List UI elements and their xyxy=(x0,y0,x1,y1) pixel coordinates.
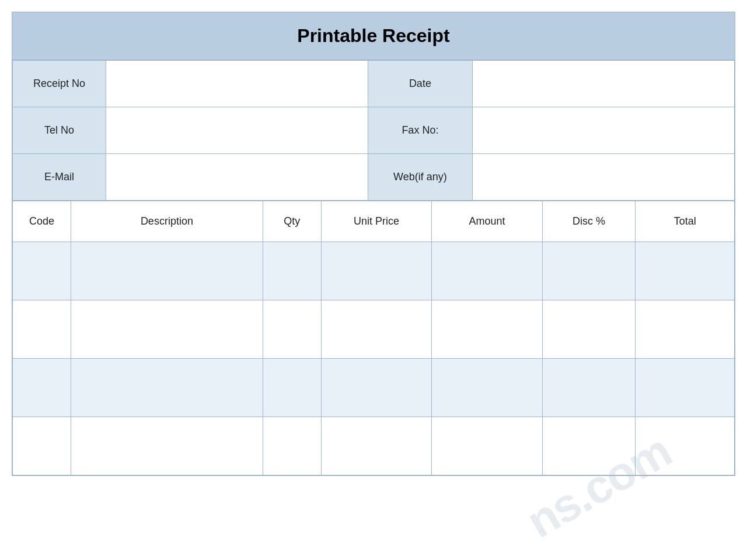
items-header-row: Code Description Qty Unit Price Amount D… xyxy=(13,201,735,242)
cell-qty xyxy=(263,417,321,475)
date-label: Date xyxy=(368,61,473,107)
receipt-no-value xyxy=(106,61,368,107)
info-row-email: E-Mail Web(if any) xyxy=(13,154,735,201)
page-title: Printable Receipt xyxy=(18,25,729,47)
cell-desc xyxy=(71,300,263,359)
cell-unit-price xyxy=(321,417,431,475)
cell-qty xyxy=(263,300,321,359)
cell-amount xyxy=(432,417,543,475)
cell-qty xyxy=(263,359,321,417)
cell-disc xyxy=(542,359,636,417)
items-table: Code Description Qty Unit Price Amount D… xyxy=(12,201,735,475)
col-header-total: Total xyxy=(636,201,735,242)
cell-total xyxy=(636,417,735,475)
col-header-disc: Disc % xyxy=(542,201,636,242)
table-row xyxy=(13,359,735,417)
cell-desc xyxy=(71,242,263,300)
col-header-code: Code xyxy=(13,201,71,242)
fax-no-label: Fax No: xyxy=(368,107,473,154)
receipt-header: Printable Receipt xyxy=(12,12,735,60)
cell-amount xyxy=(432,300,543,359)
cell-total xyxy=(636,300,735,359)
cell-disc xyxy=(542,242,636,300)
cell-disc xyxy=(542,300,636,359)
info-row-receipt: Receipt No Date xyxy=(13,61,735,107)
cell-qty xyxy=(263,242,321,300)
col-header-unit-price: Unit Price xyxy=(321,201,431,242)
info-row-tel: Tel No Fax No: xyxy=(13,107,735,154)
cell-code xyxy=(13,417,71,475)
cell-unit-price xyxy=(321,242,431,300)
cell-code xyxy=(13,300,71,359)
cell-desc xyxy=(71,417,263,475)
table-row xyxy=(13,300,735,359)
email-value xyxy=(106,154,368,201)
cell-total xyxy=(636,242,735,300)
table-row xyxy=(13,417,735,475)
fax-no-value xyxy=(473,107,735,154)
cell-total xyxy=(636,359,735,417)
info-table: Receipt No Date Tel No Fax No: E-Mail We… xyxy=(12,60,735,201)
col-header-amount: Amount xyxy=(432,201,543,242)
tel-no-value xyxy=(106,107,368,154)
col-header-qty: Qty xyxy=(263,201,321,242)
cell-unit-price xyxy=(321,359,431,417)
cell-amount xyxy=(432,242,543,300)
table-row xyxy=(13,242,735,300)
web-label: Web(if any) xyxy=(368,154,473,201)
receipt-container: Printable Receipt Receipt No Date Tel No… xyxy=(12,12,735,476)
col-header-description: Description xyxy=(71,201,263,242)
cell-disc xyxy=(542,417,636,475)
cell-desc xyxy=(71,359,263,417)
cell-unit-price xyxy=(321,300,431,359)
cell-code xyxy=(13,359,71,417)
cell-code xyxy=(13,242,71,300)
date-value xyxy=(473,61,735,107)
tel-no-label: Tel No xyxy=(13,107,106,154)
cell-amount xyxy=(432,359,543,417)
web-value xyxy=(473,154,735,201)
email-label: E-Mail xyxy=(13,154,106,201)
receipt-no-label: Receipt No xyxy=(13,61,106,107)
